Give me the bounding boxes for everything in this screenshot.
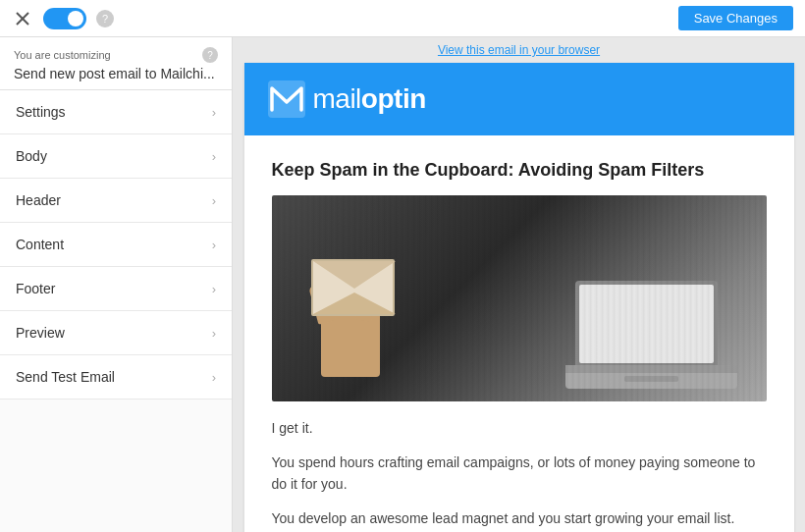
- nav-chevron-icon: ›: [212, 238, 216, 252]
- article-paragraph-2: You spend hours crafting email campaigns…: [272, 452, 767, 496]
- nav-item-label: Content: [16, 237, 64, 252]
- nav-item-label: Header: [16, 192, 61, 208]
- nav-list: Settings›Body›Header›Content›Footer›Prev…: [0, 90, 232, 532]
- close-button[interactable]: [12, 8, 33, 29]
- logo-text: mailoptin: [313, 83, 426, 115]
- nav-item-label: Settings: [16, 104, 66, 120]
- nav-item-settings[interactable]: Settings›: [0, 90, 232, 134]
- nav-item-body[interactable]: Body›: [0, 134, 232, 179]
- preview-area: View this email in your browser mailopti…: [233, 37, 805, 532]
- article-paragraph-3: You develop an awesome lead magnet and y…: [272, 507, 767, 529]
- nav-item-header[interactable]: Header›: [0, 179, 232, 223]
- nav-chevron-icon: ›: [212, 370, 216, 385]
- sidebar: You are customizing ? Send new post emai…: [0, 37, 233, 532]
- customizing-header: You are customizing ? Send new post emai…: [0, 37, 232, 90]
- logo-icon: [268, 80, 305, 118]
- article-paragraph-1: I get it.: [272, 417, 767, 439]
- email-body: Keep Spam in the Cupboard: Avoiding Spam…: [244, 135, 794, 532]
- main-layout: You are customizing ? Send new post emai…: [0, 37, 805, 532]
- nav-chevron-icon: ›: [212, 149, 216, 164]
- toggle-switch[interactable]: [43, 8, 86, 29]
- article-image: [272, 195, 767, 401]
- nav-chevron-icon: ›: [212, 193, 216, 208]
- nav-item-content[interactable]: Content›: [0, 223, 232, 267]
- nav-item-footer[interactable]: Footer›: [0, 267, 232, 311]
- article-title: Keep Spam in the Cupboard: Avoiding Spam…: [272, 159, 767, 182]
- nav-item-label: Send Test Email: [16, 369, 115, 385]
- nav-chevron-icon: ›: [212, 105, 216, 120]
- nav-item-label: Footer: [16, 281, 55, 296]
- email-header: mailoptin: [244, 63, 794, 135]
- logo-text-light: mail: [313, 83, 361, 114]
- customizing-help-icon[interactable]: ?: [202, 47, 218, 63]
- nav-item-label: Preview: [16, 325, 65, 341]
- top-bar: ? Save Changes: [0, 0, 805, 37]
- view-in-browser-link[interactable]: View this email in your browser: [438, 43, 600, 57]
- view-in-browser: View this email in your browser: [233, 37, 805, 63]
- nav-item-send-test-email[interactable]: Send Test Email›: [0, 355, 232, 399]
- logo-text-bold: optin: [361, 83, 426, 114]
- email-preview: mailoptin Keep Spam in the Cupboard: Avo…: [244, 63, 794, 532]
- nav-chevron-icon: ›: [212, 326, 216, 341]
- nav-chevron-icon: ›: [212, 282, 216, 296]
- nav-item-preview[interactable]: Preview›: [0, 311, 232, 355]
- customizing-title: Send new post email to Mailchi...: [14, 66, 218, 81]
- nav-item-label: Body: [16, 148, 47, 164]
- help-icon[interactable]: ?: [96, 10, 114, 27]
- save-changes-button[interactable]: Save Changes: [678, 6, 793, 30]
- customizing-label: You are customizing: [14, 49, 111, 61]
